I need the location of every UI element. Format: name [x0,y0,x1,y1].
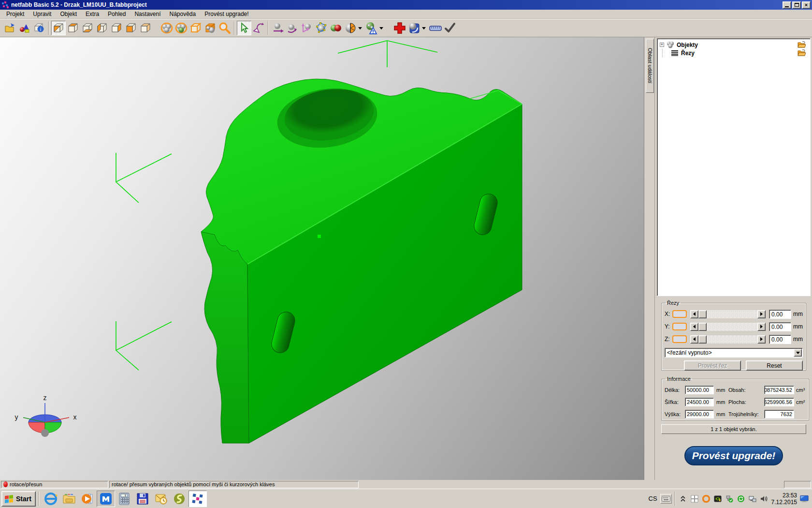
cut-pie-dropdown-icon[interactable] [358,27,362,30]
cut-y-toggle-button[interactable] [672,323,687,330]
measure-icon[interactable] [428,21,443,35]
rotate-part-icon[interactable] [285,21,300,35]
view-right-icon[interactable] [109,21,124,35]
cut-z-slider[interactable] [690,335,766,344]
reset-button[interactable]: Reset [746,360,803,371]
menu-upravit[interactable]: Upravit [29,10,56,18]
media-player-icon[interactable] [78,491,97,507]
triangles-value-field[interactable]: 7632 [764,410,794,418]
volume-value-field[interactable]: 0875243.52 [764,386,794,394]
taskbar-clock[interactable]: 23:53 7.12.2015 [771,492,797,506]
slider-thumb[interactable] [698,310,707,318]
slider-thumb[interactable] [698,323,707,331]
windows-tray-icon[interactable] [690,494,699,503]
scale-part-icon[interactable] [300,21,314,35]
cut-y-value-field[interactable]: 0.00 [769,322,791,331]
slider-left-arrow-icon[interactable] [690,310,698,318]
maximize-button[interactable] [792,1,801,9]
speaker-volume-icon[interactable] [760,494,768,503]
pack-parts-icon[interactable] [203,21,218,35]
menu-nastaveni[interactable]: Nastavení [130,10,165,18]
nvidia-tray-icon[interactable] [713,494,722,503]
cut-x-toggle-button[interactable] [672,310,687,318]
cut-z-value-field[interactable]: 0.00 [769,335,791,344]
cut-x-slider[interactable] [690,310,766,318]
maxthon-browser-icon[interactable] [97,491,115,507]
menu-extra[interactable]: Extra [81,10,103,18]
language-indicator[interactable]: CS [649,495,657,502]
move-part-icon[interactable] [271,21,285,35]
project-info-icon[interactable]: i [32,21,46,35]
antivirus-tray-icon[interactable] [702,494,710,503]
view-back-icon[interactable] [138,21,153,35]
folder-open-icon[interactable] [798,41,806,49]
slider-right-arrow-icon[interactable] [757,310,766,318]
show-desktop-icon[interactable] [800,494,809,503]
surface-dropdown-icon[interactable] [422,27,426,30]
folder-open-icon[interactable] [798,49,806,58]
cut-y-slider[interactable] [690,323,766,331]
edit-mesh-icon[interactable] [314,21,329,35]
chevron-expand-icon[interactable] [679,494,687,503]
object-tree[interactable]: + Objekty Řezy [657,38,811,296]
rotate-view-icon[interactable] [251,21,266,35]
close-button[interactable]: × [802,1,811,9]
outlook-icon[interactable] [152,491,170,507]
chevron-down-icon[interactable] [794,349,802,357]
repair-part-icon[interactable] [392,21,407,35]
bounding-box-icon[interactable] [188,21,203,35]
cut-x-value-field[interactable]: 0.00 [769,310,791,319]
height-value-field[interactable]: 29000.00 [685,410,714,418]
area-value-field[interactable]: 6259906.56 [764,398,794,406]
zoom-icon[interactable] [218,21,232,35]
expander-plus-icon[interactable]: + [660,43,664,47]
start-button[interactable]: Start [1,491,36,507]
view-bottom-icon[interactable] [80,21,95,35]
slider-right-arrow-icon[interactable] [757,335,766,344]
menu-provest-upgrade[interactable]: Provést upgrade! [200,10,253,18]
menu-pohled[interactable]: Pohled [103,10,130,18]
network-tray-icon[interactable] [748,494,757,503]
slider-track[interactable] [707,335,757,344]
keyboard-icon[interactable] [660,494,672,504]
surface-tool-icon[interactable] [407,21,421,35]
minimize-button[interactable] [783,1,791,9]
cut-mode-select[interactable]: <řezání vypnuto> [665,348,803,358]
slider-left-arrow-icon[interactable] [690,335,698,344]
slider-left-arrow-icon[interactable] [690,323,698,331]
slider-right-arrow-icon[interactable] [757,323,766,331]
analyse-dropdown-icon[interactable] [379,27,383,30]
internet-explorer-icon[interactable] [42,491,60,507]
select-group-icon[interactable] [160,21,174,35]
usb-device-tray-icon[interactable] [725,494,734,503]
validate-icon[interactable] [443,21,457,35]
calculator-icon[interactable]: 0 [115,491,133,507]
tab-oblast-udalosti[interactable]: Oblast událostí [646,39,654,93]
menu-projekt[interactable]: Projekt [2,10,29,18]
open-project-icon[interactable] [3,21,17,35]
sync-tray-icon[interactable] [737,494,745,503]
netfabb-app-icon[interactable] [188,491,207,507]
select-cursor-icon[interactable] [237,21,251,35]
file-explorer-icon[interactable] [60,491,78,507]
view-left-icon[interactable] [95,21,109,35]
model-drzak-lm10uu[interactable]: z y x [0,37,644,480]
tree-item-objekty[interactable]: + Objekty [658,41,809,49]
slider-track[interactable] [707,310,757,318]
model-left-wall[interactable] [201,232,249,443]
cut-pie-icon[interactable] [343,21,358,35]
width-value-field[interactable]: 24500.00 [685,398,714,406]
upgrade-button[interactable]: Provést upgrade! [684,446,783,465]
view-front-icon[interactable] [124,21,138,35]
slider-track[interactable] [707,323,757,331]
length-value-field[interactable]: 50000.00 [685,386,714,394]
cut-z-toggle-button[interactable] [672,335,687,343]
analyse-part-icon[interactable] [364,21,379,35]
view-top-icon[interactable] [66,21,80,35]
view-default-icon[interactable] [51,21,66,35]
menu-napoveda[interactable]: Nápověda [165,10,200,18]
add-part-icon[interactable] [17,21,32,35]
green-s-app-icon[interactable] [170,491,188,507]
tree-item-rezy[interactable]: Řezy [658,49,809,57]
viewport-3d[interactable]: z y x [0,37,644,480]
